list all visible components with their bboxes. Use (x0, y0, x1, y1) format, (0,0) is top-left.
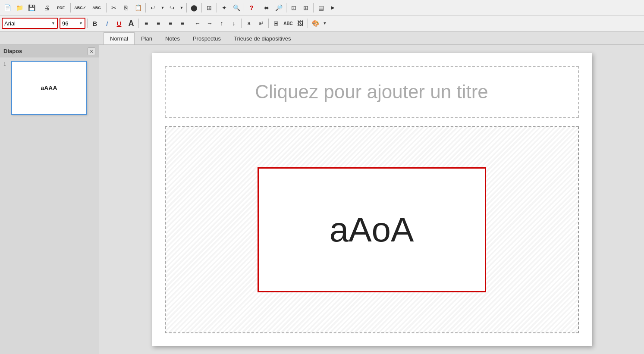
cut-btn[interactable]: ✂ (108, 2, 119, 13)
new-icon: 📄 (4, 4, 11, 11)
sep2 (70, 3, 71, 13)
char-a-btn[interactable]: a (243, 18, 254, 29)
justify-btn[interactable]: ≡ (177, 18, 188, 29)
sep17 (308, 19, 308, 28)
justify-icon: ≡ (181, 20, 184, 27)
find-btn[interactable]: 🔍 (231, 2, 242, 13)
spellcheck-btn[interactable]: ABC✓ (72, 2, 88, 13)
align-center-btn[interactable]: ≡ (153, 18, 164, 29)
prev-icon: ← (195, 20, 201, 27)
superscript-btn[interactable]: a² (255, 18, 267, 29)
colorscheme-dropdown[interactable]: ▼ (322, 18, 328, 29)
title-placeholder[interactable]: Cliquez pour ajouter un titre (165, 66, 579, 118)
align-left-btn[interactable]: ≡ (141, 18, 152, 29)
new-btn[interactable]: 📄 (2, 2, 13, 13)
navigator-btn[interactable]: ⊞ (204, 2, 215, 13)
italic-icon: I (106, 20, 108, 27)
bold-btn[interactable]: B (89, 18, 101, 29)
undo-dropdown[interactable]: ▼ (160, 2, 166, 13)
view-icon: ⊞ (303, 4, 308, 11)
more-btn[interactable]: ▶ (327, 2, 339, 13)
view-tab-bar: Normal Plan Notes Prospectus Trieuse de … (0, 31, 644, 45)
navigator-icon: ⊞ (207, 4, 212, 11)
extra-icon: ▤ (318, 4, 324, 11)
font-size-selector[interactable]: 96 ▼ (60, 18, 85, 29)
paste-btn[interactable]: 📋 (132, 2, 144, 13)
italic-btn[interactable]: I (101, 18, 113, 29)
sidebar-close-button[interactable]: × (88, 47, 95, 55)
cut-icon: ✂ (111, 4, 116, 11)
spellcheck-icon: ABC✓ (74, 6, 86, 10)
copy-icon: ⎘ (124, 4, 128, 11)
colorscheme-arrow-icon: ▼ (323, 21, 327, 25)
content-text: aAoA (330, 210, 414, 250)
move-icon: ⬌ (264, 4, 269, 11)
tab-notes[interactable]: Notes (159, 32, 186, 44)
toolbar-row1: 📄 📁 💾 🖨 PDF ABC✓ ABC ✂ ⎘ 📋 (0, 0, 644, 16)
slide-thumbnail[interactable]: aAAA (11, 61, 87, 115)
export-pdf-btn[interactable]: PDF (53, 2, 69, 13)
colorscheme-btn[interactable]: 🎨 (310, 18, 321, 29)
redo-arrow-icon: ▼ (180, 6, 184, 10)
export-pdf-icon: PDF (57, 6, 65, 10)
undo-arrow-icon: ▼ (161, 6, 165, 10)
slide-canvas: Cliquez pour ajouter un titre aAoA (152, 53, 592, 346)
zoom-btn[interactable]: 🔎 (273, 2, 284, 13)
superscript-icon: a² (259, 21, 263, 26)
open-icon: 📁 (16, 4, 23, 11)
help-btn[interactable]: ? (246, 2, 257, 13)
prev-btn[interactable]: ← (192, 18, 203, 29)
sep1 (39, 3, 39, 13)
sidebar: Diapos × 1 aAAA (0, 45, 99, 354)
present-btn[interactable]: ⬤ (188, 2, 200, 13)
redo-btn[interactable]: ↪ (166, 2, 178, 13)
layout-icon: ⊡ (291, 4, 296, 11)
sep3 (106, 3, 107, 13)
help-icon: ? (250, 4, 254, 11)
sep4 (145, 3, 146, 13)
down-btn[interactable]: ↓ (228, 18, 239, 29)
layout-btn[interactable]: ⊡ (288, 2, 299, 13)
open-btn[interactable]: 📁 (14, 2, 25, 13)
align-right-btn[interactable]: ≡ (165, 18, 176, 29)
align-center-icon: ≡ (157, 20, 160, 27)
star-btn[interactable]: ✦ (219, 2, 230, 13)
table-btn[interactable]: ⊞ (270, 18, 282, 29)
align-left-icon: ≡ (145, 20, 148, 27)
underline-btn[interactable]: U (113, 18, 125, 29)
title-placeholder-text: Cliquez pour ajouter un titre (255, 81, 488, 103)
sidebar-header: Diapos × (0, 45, 99, 57)
inner-text-box[interactable]: aAoA (258, 167, 486, 292)
move-btn[interactable]: ⬌ (261, 2, 272, 13)
star-icon: ✦ (222, 4, 227, 11)
zoom-icon: 🔎 (275, 4, 283, 11)
autocorrect-btn[interactable]: ABC (89, 2, 104, 13)
font-color-icon: A (129, 19, 134, 28)
underline-icon: U (117, 20, 122, 27)
up-btn[interactable]: ↑ (216, 18, 227, 29)
tab-plan[interactable]: Plan (135, 32, 159, 44)
canvas-area: Cliquez pour ajouter un titre aAoA (99, 45, 644, 354)
copy-btn[interactable]: ⎘ (120, 2, 132, 13)
image-btn[interactable]: 🖼 (295, 18, 306, 29)
font-color-btn[interactable]: A (126, 18, 137, 29)
tab-prospectus[interactable]: Prospectus (186, 32, 227, 44)
font-size-text: 96 (62, 20, 68, 27)
next-btn[interactable]: → (204, 18, 215, 29)
font-name-selector[interactable]: Arial ▼ (2, 18, 58, 29)
content-placeholder[interactable]: aAoA (165, 126, 579, 333)
redo-dropdown[interactable]: ▼ (179, 2, 185, 13)
tab-trieuse[interactable]: Trieuse de diapositives (227, 32, 297, 44)
tab-normal[interactable]: Normal (104, 32, 135, 44)
print-btn[interactable]: 🖨 (41, 2, 52, 13)
sep6 (201, 3, 202, 13)
undo-btn[interactable]: ↩ (148, 2, 159, 13)
sep5 (186, 3, 187, 13)
sidebar-title: Diapos (3, 48, 22, 54)
view-btn[interactable]: ⊞ (300, 2, 311, 13)
up-icon: ↑ (220, 20, 223, 27)
extra-btn[interactable]: ▤ (315, 2, 327, 13)
textbox-btn[interactable]: ABC (283, 18, 294, 29)
save-btn[interactable]: 💾 (26, 2, 37, 13)
slide-thumbnail-list: 1 aAAA (0, 57, 99, 118)
